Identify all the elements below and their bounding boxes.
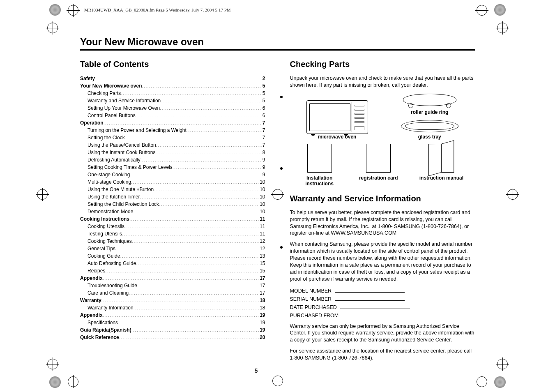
toc-label: Control Panel Buttons (80, 112, 136, 119)
toc-page: 7 (262, 134, 265, 141)
toc-row: Recipes15 (80, 267, 265, 274)
crosshair-icon (507, 189, 518, 200)
toc-row: Using the Kitchen Timer10 (80, 193, 265, 201)
toc-page: 6 (262, 104, 265, 112)
toc-row: Your New Microwave oven5 (80, 82, 265, 90)
toc-page: 8 (262, 149, 265, 156)
toc-row: Appendix17 (80, 274, 265, 282)
reg-corner-icon (494, 376, 506, 388)
registration-card-icon (366, 144, 391, 173)
toc-row: Cooking Utensils11 (80, 223, 265, 230)
toc-page: 17 (259, 282, 265, 289)
toc-row: Setting the Clock7 (80, 134, 265, 141)
toc-label: General Tips (80, 245, 115, 252)
toc-label: Using the Kitchen Timer (80, 193, 140, 201)
toc-page: 13 (259, 252, 265, 260)
toc-label: Demonstration Mode (80, 208, 133, 215)
toc-page: 10 (259, 208, 265, 215)
toc-label: Warranty and Service Information (80, 97, 161, 104)
toc-dots (129, 290, 259, 295)
parts-figure: microwave oven roller guide ring glass t… (294, 93, 471, 187)
toc-label: Recipes (80, 267, 105, 274)
toc-label: Operation (80, 119, 104, 127)
toc-row: Checking Parts5 (80, 90, 265, 97)
blank-line (335, 287, 405, 293)
toc-label: Defrosting Automatically (80, 156, 140, 164)
toc-label: Testing Utensils (80, 230, 122, 238)
toc-label: Specifications (80, 319, 118, 326)
toc-page: 19 (259, 326, 265, 334)
serial-number-label: SERIAL NUMBER (290, 295, 332, 303)
toc-page: 10 (259, 201, 265, 208)
page-content: Your New Microwave oven Table of Content… (80, 35, 475, 367)
toc-page: 10 (259, 178, 265, 186)
date-purchased-label: DATE PURCHASED (290, 303, 337, 311)
toc-dots (137, 282, 259, 287)
toc-dots (122, 231, 259, 235)
toc-dots (129, 216, 259, 221)
toc-row: Warranty18 (80, 297, 265, 304)
toc-row: Operation7 (80, 119, 265, 127)
toc-label: Cooking Techniques (80, 238, 132, 245)
crosshair-icon (47, 359, 58, 369)
warranty-p3: Warranty service can only be performed b… (290, 323, 475, 344)
toc-label: Your New Microwave oven (80, 82, 142, 90)
toc-label: Troubleshooting Guide (80, 282, 137, 289)
toc-row: Using the Pause/Cancel Button7 (80, 141, 265, 149)
toc-label: Cooking Guide (80, 252, 120, 260)
reg-corner-icon (494, 4, 506, 16)
toc-row: Appendix19 (80, 311, 265, 319)
reg-corner-icon (49, 4, 61, 16)
toc-dots (155, 149, 261, 154)
toc-row: Cooking Techniques12 (80, 238, 265, 245)
file-header-text: MR1034UWD_XAA_GB_02980A.fm Page 5 Wednes… (84, 7, 231, 12)
toc-dots (161, 97, 262, 102)
toc-dots (104, 120, 262, 125)
toc-label: Auto Defrosting Guide (80, 260, 136, 267)
toc-title: Table of Contents (80, 60, 265, 69)
toc-row: Testing Utensils11 (80, 230, 265, 238)
toc-row: Control Panel Buttons6 (80, 112, 265, 119)
crosshair-icon (68, 5, 78, 16)
toc-page: 9 (262, 164, 265, 171)
toc-label: Warranty Information (80, 304, 134, 311)
installation-doc-icon (307, 144, 332, 173)
toc-dots (115, 245, 259, 250)
toc-label: Guía Rápida(Spanish) (80, 326, 131, 334)
toc-row: Auto Defrosting Guide15 (80, 260, 265, 267)
left-column: Table of Contents Safety2Your New Microw… (80, 60, 265, 366)
toc-row: Warranty Information18 (80, 304, 265, 311)
toc-row: Demonstration Mode10 (80, 208, 265, 215)
blank-line (342, 311, 412, 317)
toc-dots (132, 238, 259, 243)
toc-row: Using the Instant Cook Buttons8 (80, 149, 265, 156)
purchased-from-label: PURCHASED FROM (290, 311, 339, 320)
microwave-oven-icon (306, 100, 368, 134)
crosshair-icon (497, 23, 508, 33)
toc-row: General Tips12 (80, 245, 265, 252)
purchased-from-field: PURCHASED FROM (290, 311, 475, 320)
toc-row: Warranty and Service Information5 (80, 97, 265, 104)
toc-row: Guía Rápida(Spanish)19 (80, 326, 265, 334)
toc-dots (118, 319, 259, 324)
toc-page: 18 (259, 304, 265, 311)
toc-page: 5 (262, 82, 265, 90)
model-number-label: MODEL NUMBER (290, 287, 332, 295)
toc-label: Quick Reference (80, 334, 119, 341)
reg-corner-icon (49, 376, 61, 388)
toc-row: Setting Up Your Microwave Oven6 (80, 104, 265, 112)
toc-page: 7 (262, 127, 265, 134)
instruction-manual-icon (429, 142, 454, 174)
serial-number-field: SERIAL NUMBER (290, 295, 475, 303)
toc-row: Specifications19 (80, 319, 265, 326)
toc-label: Multi-stage Cooking (80, 178, 131, 186)
toc-dots (187, 127, 262, 132)
toc-page: 11 (259, 223, 265, 230)
glass-tray-icon (401, 120, 458, 132)
toc-label: Setting the Clock (80, 134, 125, 141)
toc-label: Using the One Minute +Button (80, 186, 154, 193)
toc-dots (105, 267, 259, 272)
toc-label: Safety (80, 75, 95, 82)
toc-dots (131, 327, 259, 332)
bullet-icon (280, 167, 283, 170)
